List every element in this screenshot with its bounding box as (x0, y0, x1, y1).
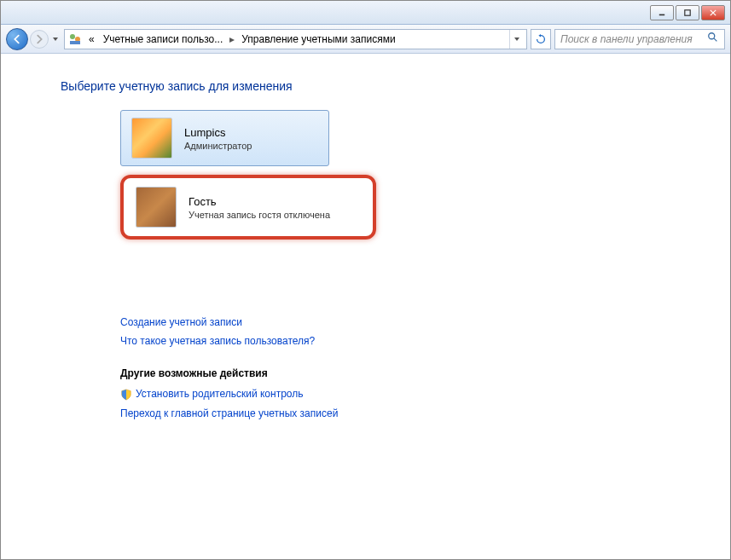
account-card-guest[interactable]: Гость Учетная запись гостя отключена (120, 175, 376, 240)
breadcrumb-prefix[interactable]: « (85, 32, 98, 47)
svg-rect-0 (659, 14, 664, 15)
forward-button[interactable] (30, 30, 49, 49)
maximize-button[interactable] (676, 5, 699, 20)
suitcase-icon (136, 188, 176, 227)
breadcrumb-item-2[interactable]: Управление учетными записями (238, 32, 398, 47)
links-section: Создание учетной записи Что такое учетна… (120, 316, 696, 419)
svg-rect-1 (685, 9, 690, 14)
flower-icon (132, 118, 171, 158)
parental-control-label: Установить родительский контроль (136, 388, 304, 400)
refresh-button[interactable] (531, 29, 551, 49)
svg-line-6 (714, 38, 717, 42)
address-bar[interactable]: « Учетные записи пользо... ▸ Управление … (64, 29, 527, 49)
avatar (131, 118, 172, 159)
search-input[interactable] (560, 33, 719, 45)
address-dropdown[interactable] (509, 30, 523, 49)
user-accounts-icon (68, 32, 82, 46)
what-is-account-link[interactable]: Что такое учетная запись пользователя? (120, 335, 696, 347)
avatar (136, 187, 177, 228)
account-name: Lumpics (184, 126, 252, 139)
goto-main-link[interactable]: Переход к главной странице учетных запис… (120, 407, 696, 419)
window-controls (650, 5, 725, 20)
account-role: Учетная запись гостя отключена (189, 210, 330, 220)
close-button[interactable] (701, 5, 725, 20)
content-area: Выберите учетную запись для изменения Lu… (1, 54, 730, 443)
svg-rect-4 (70, 41, 80, 44)
svg-point-2 (70, 34, 75, 39)
breadcrumb-item-1[interactable]: Учетные записи пользо... (100, 32, 227, 47)
minimize-button[interactable] (650, 5, 674, 20)
navigation-bar: « Учетные записи пользо... ▸ Управление … (1, 25, 730, 54)
shield-icon (120, 389, 132, 401)
create-account-link[interactable]: Создание учетной записи (120, 316, 696, 328)
page-title: Выберите учетную запись для изменения (61, 79, 696, 93)
titlebar (1, 1, 730, 25)
account-name: Гость (189, 195, 330, 208)
breadcrumb: « Учетные записи пользо... ▸ Управление … (85, 32, 506, 47)
search-icon (707, 32, 719, 46)
parental-control-link[interactable]: Установить родительский контроль (120, 388, 696, 401)
chevron-right-icon: ▸ (228, 33, 236, 45)
account-list: Lumpics Администратор Гость Учетная запи… (120, 110, 696, 240)
history-dropdown[interactable] (50, 31, 61, 48)
svg-point-5 (709, 33, 715, 39)
account-card-lumpics[interactable]: Lumpics Администратор (120, 110, 329, 166)
back-button[interactable] (6, 28, 28, 50)
account-role: Администратор (184, 141, 252, 151)
control-panel-window: « Учетные записи пользо... ▸ Управление … (0, 0, 731, 560)
other-actions-heading: Другие возможные действия (120, 367, 696, 379)
search-box[interactable] (554, 29, 725, 49)
